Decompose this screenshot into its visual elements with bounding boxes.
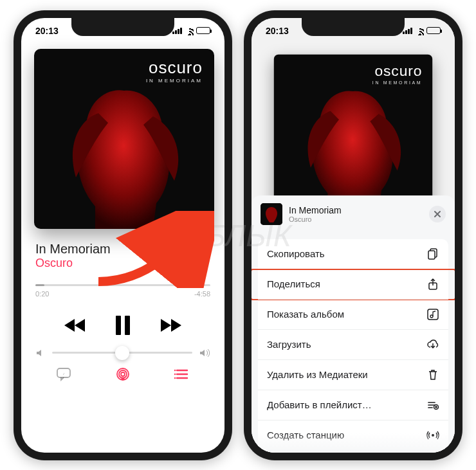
time-remaining: -4:58 [194, 290, 210, 298]
phone-left-frame: 20:13 oscuro IN MEMORIAM [14, 10, 232, 460]
lyrics-button[interactable]: ♪ [56, 367, 71, 381]
next-button[interactable] [160, 318, 183, 333]
menu-item-label: Скопировать [267, 248, 325, 259]
svg-point-11 [174, 373, 176, 375]
status-time: 20:13 [266, 26, 289, 36]
wifi-icon [185, 26, 194, 35]
status-time: 20:13 [35, 26, 59, 36]
close-icon [434, 210, 441, 218]
svg-text:♪: ♪ [63, 372, 65, 375]
playback-scrubber[interactable]: 0:20 -4:58 [35, 284, 210, 298]
album-brand: oscuro [372, 62, 423, 80]
menu-item-share[interactable]: Поделиться [258, 269, 448, 300]
airplay-button[interactable] [115, 367, 131, 381]
album-art-figure [60, 81, 188, 229]
bottom-actions: ♪ [34, 367, 212, 381]
menu-item-label: Загрузить [267, 339, 311, 350]
time-elapsed: 0:20 [35, 290, 49, 298]
album-art-text: oscuro IN MEMORIAM [146, 58, 203, 84]
menu-item-trash[interactable]: Удалить из Медиатеки [258, 360, 448, 390]
trash-icon [426, 368, 439, 381]
music-album-icon [426, 308, 439, 321]
menu-item-copy[interactable]: Скопировать [258, 239, 448, 269]
menu-item-playlist-add[interactable]: Добавить в плейлист… [258, 390, 448, 420]
volume-low-icon [35, 348, 46, 358]
sheet-thumbnail [261, 203, 282, 225]
volume-high-icon [199, 348, 210, 358]
svg-rect-1 [125, 316, 130, 335]
playlist-add-icon [426, 399, 439, 411]
svg-point-23 [432, 434, 434, 437]
previous-button[interactable] [63, 318, 86, 333]
status-indicators [172, 26, 210, 35]
action-sheet: In Memoriam Oscuro СкопироватьПоделиться… [252, 195, 455, 453]
scrubber-track[interactable] [35, 284, 210, 286]
menu-item-music-album[interactable]: Показать альбом [258, 300, 448, 330]
svg-point-10 [174, 369, 176, 371]
notch [302, 18, 405, 36]
action-menu: СкопироватьПоделитьсяПоказать альбомЗагр… [258, 239, 448, 453]
volume-track[interactable] [52, 352, 192, 354]
status-indicators [403, 26, 441, 35]
svg-rect-0 [116, 316, 121, 335]
album-art-text: oscuro IN MEMORIAM [372, 62, 423, 85]
svg-point-4 [121, 372, 125, 376]
close-sheet-button[interactable] [429, 206, 446, 222]
menu-item-label: Добавить в плейлист… [267, 399, 372, 410]
volume-control[interactable] [35, 348, 210, 358]
menu-item-label: Создать станцию [267, 429, 344, 440]
sheet-track-artist: Oscuro [289, 215, 342, 223]
volume-knob[interactable] [115, 346, 129, 360]
broadcast-icon [426, 429, 439, 442]
cellular-signal-icon [172, 28, 182, 34]
album-art-figure [297, 82, 410, 212]
svg-point-12 [174, 377, 176, 379]
album-artwork[interactable]: oscuro IN MEMORIAM [34, 49, 214, 229]
album-artwork-dimmed: oscuro IN MEMORIAM [274, 54, 432, 212]
queue-button[interactable] [174, 368, 190, 381]
menu-item-label: Поделиться [267, 278, 320, 289]
share-icon [426, 278, 439, 291]
more-options-button[interactable]: ••• [194, 248, 210, 264]
copy-icon [426, 248, 439, 260]
menu-item-broadcast[interactable]: Создать станцию [258, 420, 448, 451]
album-brand: oscuro [146, 58, 203, 78]
track-title: In Memoriam [35, 242, 111, 257]
pause-button[interactable] [114, 316, 131, 335]
sheet-header: In Memoriam Oscuro [252, 195, 455, 233]
menu-item-label: Показать альбом [267, 309, 344, 320]
phone-right-screen: 20:13 oscuro IN MEMORIAM [252, 18, 455, 453]
time-row: 0:20 -4:58 [35, 290, 210, 298]
track-header: In Memoriam Oscuro ••• [35, 242, 210, 270]
cellular-signal-icon [403, 28, 412, 34]
track-artist[interactable]: Oscuro [35, 257, 111, 270]
track-info: In Memoriam Oscuro [35, 242, 111, 270]
menu-item-label: Удалить из Медиатеки [267, 369, 368, 380]
notch [71, 18, 174, 36]
menu-item-download-cloud[interactable]: Загрузить [258, 330, 448, 360]
phone-right-frame: 20:13 oscuro IN MEMORIAM [244, 10, 462, 460]
sheet-titles: In Memoriam Oscuro [289, 205, 342, 223]
battery-icon [196, 27, 210, 34]
wifi-icon [415, 26, 424, 35]
battery-icon [426, 27, 441, 34]
phone-left-screen: 20:13 oscuro IN MEMORIAM [21, 18, 224, 453]
download-cloud-icon [426, 338, 439, 351]
now-playing-view: oscuro IN MEMORIAM In Memoriam [21, 49, 224, 381]
sheet-track-title: In Memoriam [289, 205, 342, 215]
playback-controls [34, 316, 212, 335]
menu-item-heart[interactable]: Нравится [258, 451, 448, 453]
svg-rect-15 [428, 251, 435, 259]
